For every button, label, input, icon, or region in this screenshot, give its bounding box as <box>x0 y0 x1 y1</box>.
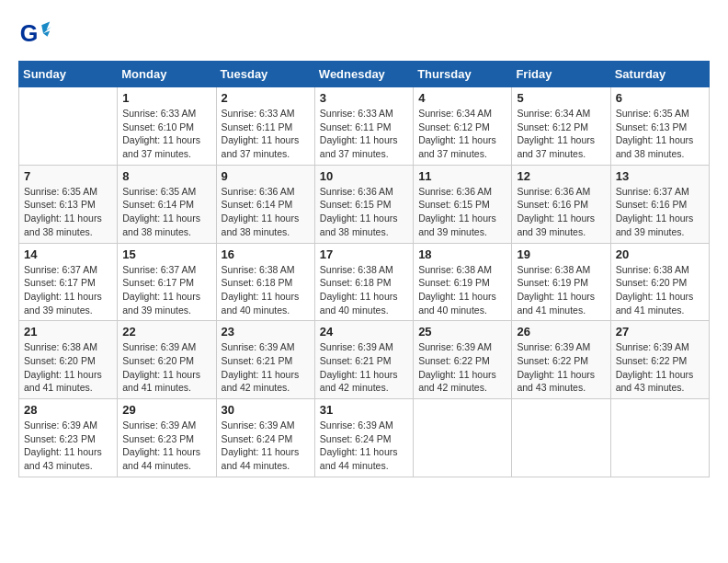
header-cell-thursday: Thursday <box>414 62 512 87</box>
day-number: 9 <box>222 169 310 183</box>
day-number: 26 <box>517 325 605 339</box>
calendar-cell: 17Sunrise: 6:38 AM Sunset: 6:18 PM Dayli… <box>314 243 413 321</box>
day-info: Sunrise: 6:34 AM Sunset: 6:12 PM Dayligh… <box>418 107 506 161</box>
day-number: 12 <box>517 169 605 183</box>
day-number: 17 <box>320 247 408 261</box>
calendar-cell: 27Sunrise: 6:39 AM Sunset: 6:22 PM Dayli… <box>610 321 709 399</box>
day-number: 18 <box>418 247 506 261</box>
calendar-cell: 14Sunrise: 6:37 AM Sunset: 6:17 PM Dayli… <box>19 243 118 321</box>
calendar-cell: 28Sunrise: 6:39 AM Sunset: 6:23 PM Dayli… <box>19 399 118 477</box>
day-number: 22 <box>122 325 210 339</box>
svg-marker-1 <box>41 22 51 34</box>
day-number: 14 <box>24 247 112 261</box>
header-cell-wednesday: Wednesday <box>314 62 413 87</box>
day-info: Sunrise: 6:39 AM Sunset: 6:21 PM Dayligh… <box>320 340 408 395</box>
day-info: Sunrise: 6:33 AM Sunset: 6:10 PM Dayligh… <box>122 107 210 161</box>
day-number: 11 <box>418 169 506 183</box>
day-info: Sunrise: 6:39 AM Sunset: 6:24 PM Dayligh… <box>222 419 310 473</box>
week-row-2: 7Sunrise: 6:35 AM Sunset: 6:13 PM Daylig… <box>19 165 710 243</box>
page-header: G <box>18 18 710 52</box>
header-cell-tuesday: Tuesday <box>216 62 314 87</box>
day-info: Sunrise: 6:39 AM Sunset: 6:22 PM Dayligh… <box>418 340 506 395</box>
header-cell-saturday: Saturday <box>610 62 709 87</box>
calendar-cell: 24Sunrise: 6:39 AM Sunset: 6:21 PM Dayli… <box>314 321 413 399</box>
day-number: 31 <box>320 403 408 417</box>
day-info: Sunrise: 6:39 AM Sunset: 6:20 PM Dayligh… <box>122 340 210 395</box>
day-info: Sunrise: 6:38 AM Sunset: 6:18 PM Dayligh… <box>320 263 408 317</box>
day-number: 29 <box>122 403 210 417</box>
day-number: 8 <box>122 169 210 183</box>
day-number: 25 <box>418 325 506 339</box>
day-info: Sunrise: 6:37 AM Sunset: 6:17 PM Dayligh… <box>122 263 210 317</box>
day-info: Sunrise: 6:39 AM Sunset: 6:23 PM Dayligh… <box>122 419 210 473</box>
day-info: Sunrise: 6:37 AM Sunset: 6:17 PM Dayligh… <box>24 263 112 317</box>
calendar-cell: 9Sunrise: 6:36 AM Sunset: 6:14 PM Daylig… <box>216 165 314 243</box>
day-info: Sunrise: 6:38 AM Sunset: 6:18 PM Dayligh… <box>222 263 310 317</box>
day-info: Sunrise: 6:33 AM Sunset: 6:11 PM Dayligh… <box>320 107 408 161</box>
day-info: Sunrise: 6:39 AM Sunset: 6:23 PM Dayligh… <box>24 419 112 473</box>
calendar-cell: 10Sunrise: 6:36 AM Sunset: 6:15 PM Dayli… <box>314 165 413 243</box>
day-info: Sunrise: 6:37 AM Sunset: 6:16 PM Dayligh… <box>616 185 704 239</box>
day-number: 28 <box>24 403 112 417</box>
calendar-cell: 15Sunrise: 6:37 AM Sunset: 6:17 PM Dayli… <box>118 243 216 321</box>
day-number: 7 <box>24 169 112 183</box>
logo: G <box>18 18 55 52</box>
calendar-cell: 25Sunrise: 6:39 AM Sunset: 6:22 PM Dayli… <box>414 321 512 399</box>
day-info: Sunrise: 6:35 AM Sunset: 6:13 PM Dayligh… <box>24 185 112 239</box>
day-number: 10 <box>320 169 408 183</box>
day-info: Sunrise: 6:38 AM Sunset: 6:19 PM Dayligh… <box>517 263 605 317</box>
day-number: 6 <box>616 91 704 105</box>
calendar-cell: 19Sunrise: 6:38 AM Sunset: 6:19 PM Dayli… <box>512 243 610 321</box>
day-number: 15 <box>122 247 210 261</box>
calendar-cell: 21Sunrise: 6:38 AM Sunset: 6:20 PM Dayli… <box>19 321 118 399</box>
header-row: SundayMondayTuesdayWednesdayThursdayFrid… <box>19 62 710 87</box>
day-info: Sunrise: 6:34 AM Sunset: 6:12 PM Dayligh… <box>517 107 605 161</box>
calendar-cell: 18Sunrise: 6:38 AM Sunset: 6:19 PM Dayli… <box>414 243 512 321</box>
week-row-4: 21Sunrise: 6:38 AM Sunset: 6:20 PM Dayli… <box>19 321 710 399</box>
day-info: Sunrise: 6:39 AM Sunset: 6:24 PM Dayligh… <box>320 419 408 473</box>
day-info: Sunrise: 6:33 AM Sunset: 6:11 PM Dayligh… <box>222 107 310 161</box>
calendar-cell: 11Sunrise: 6:36 AM Sunset: 6:15 PM Dayli… <box>414 165 512 243</box>
calendar-cell <box>512 399 610 477</box>
week-row-5: 28Sunrise: 6:39 AM Sunset: 6:23 PM Dayli… <box>19 399 710 477</box>
calendar-cell <box>414 399 512 477</box>
calendar-cell: 22Sunrise: 6:39 AM Sunset: 6:20 PM Dayli… <box>118 321 216 399</box>
day-number: 1 <box>122 91 210 105</box>
day-number: 20 <box>616 247 704 261</box>
day-info: Sunrise: 6:39 AM Sunset: 6:21 PM Dayligh… <box>222 340 310 395</box>
day-number: 16 <box>222 247 310 261</box>
svg-text:G: G <box>20 20 39 46</box>
calendar-header: SundayMondayTuesdayWednesdayThursdayFrid… <box>19 62 710 87</box>
calendar-cell: 20Sunrise: 6:38 AM Sunset: 6:20 PM Dayli… <box>610 243 709 321</box>
day-number: 19 <box>517 247 605 261</box>
day-info: Sunrise: 6:35 AM Sunset: 6:13 PM Dayligh… <box>616 107 704 161</box>
day-number: 27 <box>616 325 704 339</box>
calendar-body: 1Sunrise: 6:33 AM Sunset: 6:10 PM Daylig… <box>19 87 710 477</box>
calendar-cell <box>610 399 709 477</box>
day-number: 24 <box>320 325 408 339</box>
day-number: 4 <box>418 91 506 105</box>
day-number: 30 <box>222 403 310 417</box>
day-number: 5 <box>517 91 605 105</box>
calendar-cell: 23Sunrise: 6:39 AM Sunset: 6:21 PM Dayli… <box>216 321 314 399</box>
week-row-1: 1Sunrise: 6:33 AM Sunset: 6:10 PM Daylig… <box>19 87 710 166</box>
day-info: Sunrise: 6:39 AM Sunset: 6:22 PM Dayligh… <box>517 340 605 395</box>
day-info: Sunrise: 6:39 AM Sunset: 6:22 PM Dayligh… <box>616 340 704 395</box>
calendar-cell: 29Sunrise: 6:39 AM Sunset: 6:23 PM Dayli… <box>118 399 216 477</box>
day-number: 2 <box>222 91 310 105</box>
calendar-cell: 4Sunrise: 6:34 AM Sunset: 6:12 PM Daylig… <box>414 87 512 166</box>
logo-icon: G <box>18 18 51 52</box>
calendar-cell: 31Sunrise: 6:39 AM Sunset: 6:24 PM Dayli… <box>314 399 413 477</box>
calendar-cell: 30Sunrise: 6:39 AM Sunset: 6:24 PM Dayli… <box>216 399 314 477</box>
header-cell-friday: Friday <box>512 62 610 87</box>
calendar-cell: 16Sunrise: 6:38 AM Sunset: 6:18 PM Dayli… <box>216 243 314 321</box>
header-cell-monday: Monday <box>118 62 216 87</box>
day-info: Sunrise: 6:38 AM Sunset: 6:20 PM Dayligh… <box>24 340 112 395</box>
calendar-cell: 26Sunrise: 6:39 AM Sunset: 6:22 PM Dayli… <box>512 321 610 399</box>
day-info: Sunrise: 6:35 AM Sunset: 6:14 PM Dayligh… <box>122 185 210 239</box>
week-row-3: 14Sunrise: 6:37 AM Sunset: 6:17 PM Dayli… <box>19 243 710 321</box>
day-number: 3 <box>320 91 408 105</box>
calendar-cell: 1Sunrise: 6:33 AM Sunset: 6:10 PM Daylig… <box>118 87 216 166</box>
day-info: Sunrise: 6:38 AM Sunset: 6:20 PM Dayligh… <box>616 263 704 317</box>
calendar-table: SundayMondayTuesdayWednesdayThursdayFrid… <box>18 61 710 477</box>
